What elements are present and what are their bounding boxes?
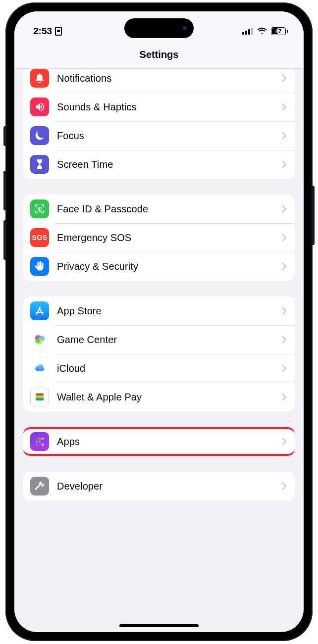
chevron-right-icon — [282, 234, 287, 242]
page-title: Settings — [14, 41, 304, 69]
hand-icon — [30, 257, 49, 276]
sos-text: SOS — [32, 234, 47, 242]
page-title-label: Settings — [140, 49, 179, 60]
status-time: 2:53 — [33, 26, 52, 37]
moon-icon — [30, 126, 49, 145]
apps-grid-icon — [30, 432, 49, 451]
settings-row-gamecenter[interactable]: Game Center — [23, 325, 295, 354]
settings-group-services: App Store Game Center iCloud — [23, 297, 295, 411]
orientation-lock-icon — [55, 27, 62, 36]
status-right: 47 — [242, 26, 288, 36]
row-label: Developer — [57, 481, 282, 492]
status-left: 2:53 — [33, 26, 62, 37]
chevron-right-icon — [282, 364, 287, 372]
svg-rect-19 — [42, 444, 44, 446]
row-label: Emergency SOS — [57, 232, 282, 244]
row-label: Wallet & Apple Pay — [57, 392, 282, 403]
svg-rect-9 — [36, 397, 44, 399]
power-button — [312, 186, 315, 245]
screen: 2:53 47 Settin — [14, 11, 304, 632]
chevron-right-icon — [282, 336, 287, 344]
row-label: Notifications — [57, 73, 282, 84]
row-label: App Store — [57, 305, 282, 317]
svg-point-0 — [38, 208, 39, 208]
home-indicator[interactable] — [119, 624, 199, 627]
wifi-icon — [257, 26, 267, 36]
svg-rect-11 — [36, 438, 38, 440]
speaker-icon — [30, 98, 49, 116]
svg-rect-18 — [39, 444, 41, 446]
settings-group-developer: Developer — [23, 472, 295, 500]
svg-point-1 — [41, 208, 42, 208]
settings-row-privacy[interactable]: Privacy & Security — [23, 252, 295, 281]
chevron-right-icon — [282, 393, 287, 401]
row-label: Privacy & Security — [57, 261, 282, 272]
settings-row-screentime[interactable]: Screen Time — [23, 150, 295, 179]
volume-down-button — [3, 220, 6, 260]
svg-rect-13 — [42, 438, 44, 440]
gamecenter-icon — [30, 330, 49, 349]
chevron-right-icon — [282, 103, 287, 111]
svg-point-5 — [35, 339, 40, 344]
row-label: Face ID & Passcode — [57, 203, 282, 215]
battery-indicator: 47 — [271, 27, 288, 35]
settings-row-emergency-sos[interactable]: SOS Emergency SOS — [23, 223, 295, 252]
chevron-right-icon — [282, 160, 287, 168]
chevron-right-icon — [282, 307, 287, 315]
settings-row-notifications[interactable]: Notifications — [23, 69, 295, 93]
svg-rect-14 — [36, 441, 38, 443]
appstore-icon — [30, 301, 49, 320]
svg-rect-15 — [39, 441, 41, 443]
svg-rect-8 — [36, 396, 44, 397]
volume-up-button — [3, 171, 6, 210]
chevron-right-icon — [282, 482, 287, 490]
svg-rect-12 — [39, 438, 41, 440]
phone-frame: 2:53 47 Settin — [5, 2, 313, 641]
svg-rect-10 — [36, 399, 44, 400]
hourglass-icon — [30, 155, 49, 174]
svg-rect-7 — [36, 395, 44, 396]
settings-group-general: Notifications Sounds & Haptics Focus — [23, 69, 295, 179]
hammer-icon — [30, 477, 49, 495]
row-label: Apps — [57, 436, 282, 447]
settings-row-focus[interactable]: Focus — [23, 121, 295, 150]
cellular-signal-icon — [242, 28, 253, 35]
chevron-right-icon — [282, 132, 287, 140]
settings-row-icloud[interactable]: iCloud — [23, 354, 295, 383]
dynamic-island — [124, 18, 194, 38]
sos-icon: SOS — [30, 228, 49, 247]
settings-row-apps[interactable]: Apps — [23, 427, 295, 456]
battery-percent: 47 — [271, 28, 285, 34]
settings-row-developer[interactable]: Developer — [23, 472, 295, 500]
chevron-right-icon — [282, 262, 287, 270]
row-label: Game Center — [57, 334, 282, 346]
row-label: Focus — [57, 130, 282, 142]
settings-row-appstore[interactable]: App Store — [23, 297, 295, 325]
settings-list[interactable]: Notifications Sounds & Haptics Focus — [14, 69, 304, 632]
settings-group-apps: Apps — [23, 427, 295, 456]
settings-row-wallet[interactable]: Wallet & Apple Pay — [23, 383, 295, 411]
chevron-right-icon — [282, 205, 287, 213]
svg-rect-16 — [42, 441, 44, 443]
icloud-icon — [30, 359, 49, 378]
wallet-icon — [30, 388, 49, 406]
svg-rect-17 — [36, 444, 38, 446]
row-label: Screen Time — [57, 159, 282, 170]
settings-row-sounds[interactable]: Sounds & Haptics — [23, 93, 295, 121]
settings-row-faceid[interactable]: Face ID & Passcode — [23, 195, 295, 223]
row-label: iCloud — [57, 363, 282, 374]
chevron-right-icon — [282, 74, 287, 82]
row-label: Sounds & Haptics — [57, 101, 282, 113]
side-button — [3, 126, 6, 146]
faceid-icon — [30, 199, 49, 218]
chevron-right-icon — [282, 438, 287, 446]
bell-icon — [30, 69, 49, 88]
settings-group-security: Face ID & Passcode SOS Emergency SOS Pri… — [23, 195, 295, 281]
